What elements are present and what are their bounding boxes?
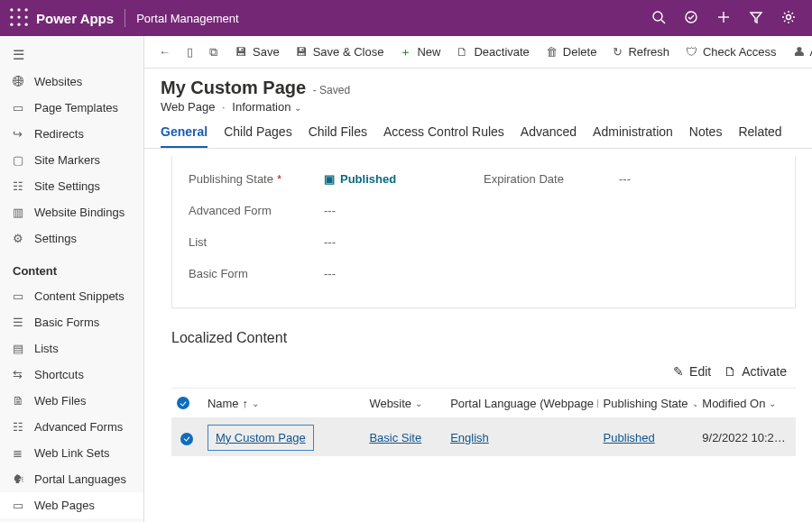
- form-section: Publishing State* ▣Published Expiration …: [171, 156, 796, 308]
- svg-point-0: [10, 8, 13, 11]
- sidebar-item-label: Shortcuts: [34, 368, 84, 381]
- tab-child-pages[interactable]: Child Pages: [224, 124, 292, 148]
- open-record-set-button[interactable]: ▯: [180, 41, 200, 62]
- basic-form-value[interactable]: ---: [324, 267, 336, 280]
- publishing-state-value[interactable]: ▣Published: [324, 172, 396, 186]
- cmd-label: Delete: [563, 45, 597, 59]
- webpage-icon: ▭: [13, 499, 25, 512]
- save-button[interactable]: 💾︎Save: [228, 41, 287, 62]
- svg-point-7: [17, 23, 20, 25]
- tab-general[interactable]: General: [161, 124, 208, 148]
- app-launcher-icon[interactable]: [7, 5, 31, 32]
- svg-point-5: [25, 15, 28, 18]
- form-selector[interactable]: Information: [232, 100, 291, 114]
- trash-icon: 🗑: [546, 45, 558, 59]
- sidebar-item-label: Settings: [34, 232, 77, 245]
- back-button[interactable]: ←: [152, 41, 178, 62]
- sidebar-item-advanced-forms[interactable]: ☷Advanced Forms: [0, 414, 143, 440]
- row-website-link[interactable]: Basic Site: [369, 431, 421, 444]
- sidebar-item-label: Website Bindings: [34, 206, 125, 219]
- list-value[interactable]: ---: [324, 235, 336, 249]
- sidebar-item-websites[interactable]: 🌐︎Websites: [0, 69, 143, 95]
- col-language[interactable]: Portal Language (Webpage Lan… ⌄: [445, 397, 597, 410]
- sidebar-item-settings[interactable]: ⚙Settings: [0, 225, 143, 252]
- svg-point-3: [10, 15, 13, 18]
- cmd-label: Check Access: [703, 45, 777, 59]
- grid-actions: ✎Edit 🗋Activate: [171, 361, 796, 388]
- check-access-button[interactable]: 🛡Check Access: [678, 41, 784, 62]
- expiration-date-value[interactable]: ---: [619, 172, 631, 186]
- deactivate-button[interactable]: 🗋Deactivate: [449, 41, 536, 62]
- col-name[interactable]: Name ↑ ⌄: [202, 397, 364, 410]
- shortcut-icon: ⇆: [13, 368, 25, 381]
- sidebar-item-content-snippets[interactable]: ▭Content Snippets: [0, 283, 143, 309]
- sidebar-item-web-link-sets[interactable]: ≣Web Link Sets: [0, 440, 143, 466]
- sidebar-item-label: Redirects: [34, 127, 84, 141]
- row-name-link[interactable]: My Custom Page: [208, 425, 314, 451]
- select-all[interactable]: [171, 397, 202, 409]
- entity-name: Web Page: [161, 100, 215, 114]
- chevron-down-icon: ⌄: [252, 398, 259, 408]
- svg-point-11: [686, 12, 697, 23]
- assign-button[interactable]: 👤︎Assign: [786, 41, 812, 62]
- edit-button[interactable]: ✎Edit: [673, 364, 711, 379]
- delete-button[interactable]: 🗑Delete: [539, 41, 604, 62]
- sidebar-item-label: Page Templates: [34, 101, 118, 114]
- tab-acr[interactable]: Access Control Rules: [383, 124, 504, 148]
- sidebar-item-lists[interactable]: ▤Lists: [0, 335, 143, 362]
- linkset-icon: ≣: [13, 446, 25, 460]
- main-content: ← ▯ ⧉ 💾︎Save 💾︎Save & Close ＋New 🗋Deacti…: [144, 36, 812, 522]
- new-button[interactable]: ＋New: [392, 41, 448, 64]
- table-row[interactable]: My Custom Page Basic Site English Publis…: [171, 418, 796, 456]
- pencil-icon: ✎: [673, 364, 684, 379]
- svg-point-9: [653, 12, 662, 21]
- sidebar-item-redirects[interactable]: ↪Redirects: [0, 121, 143, 147]
- publishing-state-label: Publishing State*: [189, 172, 324, 186]
- sidebar-item-website-bindings[interactable]: ▥Website Bindings: [0, 199, 143, 225]
- chevron-down-icon[interactable]: ⌄: [294, 103, 301, 113]
- tab-child-files[interactable]: Child Files: [309, 124, 367, 148]
- back-icon: ←: [159, 45, 171, 59]
- refresh-button[interactable]: ↻Refresh: [605, 41, 677, 62]
- search-icon[interactable]: [642, 10, 675, 27]
- global-header: Power Apps Portal Management: [0, 0, 812, 36]
- sort-asc-icon: ↑: [243, 397, 249, 410]
- sidebar-item-basic-forms[interactable]: ☰Basic Forms: [0, 309, 143, 335]
- svg-point-1: [17, 8, 20, 11]
- col-publishing-state[interactable]: Publishing State ⌄: [598, 397, 697, 410]
- advanced-form-value[interactable]: ---: [324, 204, 336, 217]
- hamburger-icon[interactable]: ☰: [0, 41, 143, 69]
- settings-icon[interactable]: [772, 10, 805, 27]
- add-icon[interactable]: [707, 10, 740, 27]
- sidebar-item-page-templates[interactable]: ▭Page Templates: [0, 95, 143, 121]
- product-name: Power Apps: [36, 11, 114, 26]
- activate-button[interactable]: 🗋Activate: [724, 364, 787, 379]
- filter-icon[interactable]: [740, 10, 772, 27]
- sidebar-item-web-pages[interactable]: ▭Web Pages: [0, 492, 143, 518]
- tab-administration[interactable]: Administration: [593, 124, 673, 148]
- task-icon[interactable]: [675, 10, 707, 27]
- sidebar-item-portal-languages[interactable]: 🗣Portal Languages: [0, 466, 143, 492]
- row-language-link[interactable]: English: [450, 431, 489, 444]
- form-tabs: General Child Pages Child Files Access C…: [144, 114, 812, 149]
- save-close-button[interactable]: 💾︎Save & Close: [289, 41, 392, 62]
- row-pubstate-link[interactable]: Published: [604, 431, 655, 444]
- cmd-label: Deactivate: [474, 45, 529, 59]
- sidebar: ☰ 🌐︎Websites ▭Page Templates ↪Redirects …: [0, 36, 144, 522]
- col-modified-on[interactable]: Modified On ⌄: [697, 397, 796, 410]
- advform-icon: ☷: [13, 420, 25, 434]
- sidebar-item-site-markers[interactable]: ▢Site Markers: [0, 147, 143, 173]
- col-website[interactable]: Website ⌄: [364, 397, 445, 410]
- tab-notes[interactable]: Notes: [689, 124, 723, 148]
- page-icon: ▭: [13, 101, 25, 114]
- row-modified: 9/2/2022 10:21…: [697, 431, 796, 444]
- sidebar-item-site-settings[interactable]: ☷Site Settings: [0, 173, 143, 199]
- sidebar-item-label: Site Markers: [34, 153, 100, 167]
- tab-related[interactable]: Related: [738, 124, 781, 148]
- sidebar-item-shortcuts[interactable]: ⇆Shortcuts: [0, 362, 143, 388]
- row-select[interactable]: [171, 429, 202, 445]
- popout-button[interactable]: ⧉: [202, 41, 225, 63]
- sidebar-item-web-files[interactable]: 🗎Web Files: [0, 388, 143, 414]
- panel-icon: ▯: [187, 45, 193, 59]
- tab-advanced[interactable]: Advanced: [521, 124, 577, 148]
